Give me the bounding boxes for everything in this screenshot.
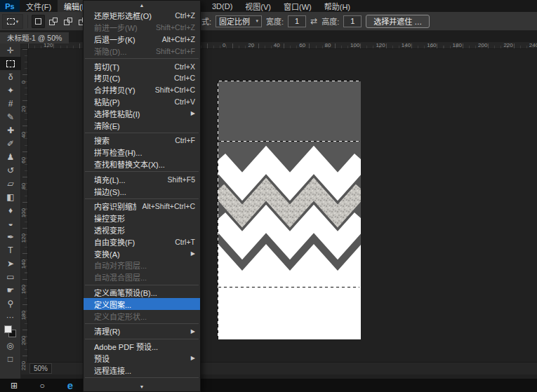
- edge-button[interactable]: e: [56, 379, 84, 392]
- rectangular-marquee-tool[interactable]: [0, 57, 21, 70]
- ruler-label: 200: [20, 336, 27, 345]
- menu-item-label: 清理(R): [94, 325, 185, 337]
- subtract-selection-icon: [64, 18, 72, 25]
- new-selection-button[interactable]: [32, 15, 45, 28]
- menubar-item[interactable]: 窗口(W): [277, 0, 318, 12]
- clone-stamp-tool[interactable]: ♟: [0, 150, 21, 163]
- quick-mask-icon[interactable]: ◎: [6, 341, 13, 351]
- edit-menu-item[interactable]: 定义画笔预设(B)...: [84, 287, 200, 299]
- menubar-item[interactable]: 3D(D): [206, 0, 239, 12]
- edit-menu-item[interactable]: 预设▶: [84, 353, 200, 365]
- type-tool[interactable]: T: [0, 243, 21, 257]
- foreground-color-swatch[interactable]: [4, 325, 12, 333]
- spot-healing-brush-icon: ✚: [7, 126, 14, 135]
- screen-mode-icon[interactable]: □: [8, 354, 13, 364]
- spot-healing-brush-tool[interactable]: ✚: [0, 123, 21, 137]
- tool-preset-dropdown[interactable]: ▾: [2, 14, 23, 29]
- edit-menu-item[interactable]: 剪切(T)Ctrl+X: [84, 60, 200, 72]
- brush-tool[interactable]: ✐: [0, 137, 21, 150]
- edit-menu-item[interactable]: 拼写检查(H)...: [84, 147, 200, 158]
- edit-menu-item[interactable]: 搜索Ctrl+F: [84, 135, 200, 147]
- edit-menu-item: 前进一步(W)Shift+Ctrl+Z: [84, 22, 200, 34]
- menu-item-shortcut: Alt+Ctrl+Z: [162, 35, 195, 43]
- menu-item-label: 还原矩形选框(O): [94, 10, 169, 21]
- edit-menu-item[interactable]: 查找和替换文本(X)...: [84, 158, 200, 170]
- menu-item-label: 自动对齐图层...: [94, 259, 195, 271]
- subtract-selection-button[interactable]: [61, 15, 74, 28]
- submenu-arrow-icon: ▶: [191, 355, 195, 361]
- edit-menu-item[interactable]: 填充(L)...Shift+F5: [84, 173, 200, 185]
- edit-menu-item[interactable]: 变换(A)▶: [84, 248, 200, 259]
- hand-tool[interactable]: ☛: [0, 283, 21, 297]
- canvas-image[interactable]: [218, 81, 360, 339]
- quick-selection-tool[interactable]: ✦: [0, 83, 21, 97]
- history-brush-tool[interactable]: ↺: [0, 163, 21, 177]
- menubar-item[interactable]: 帮助(H): [318, 0, 357, 12]
- edit-menu-item[interactable]: 透视变形: [84, 224, 200, 236]
- zoom-tool[interactable]: ⚲: [0, 297, 21, 310]
- edit-menu-item[interactable]: 远程连接...: [84, 364, 200, 376]
- selection-marquee-bottom: [218, 287, 359, 288]
- menu-scroll-down[interactable]: ▼: [84, 382, 200, 391]
- edit-menu-item[interactable]: 粘贴(P)Ctrl+V: [84, 96, 200, 108]
- style-select[interactable]: 固定比例 ▾: [216, 15, 262, 27]
- eyedropper-tool[interactable]: ✎: [0, 110, 21, 123]
- path-selection-icon: ➤: [7, 259, 14, 268]
- pen-tool[interactable]: ✒: [0, 230, 21, 243]
- eraser-icon: ▱: [7, 180, 13, 188]
- edit-menu-item: 自动对齐图层...: [84, 259, 200, 271]
- menu-item-label: 预设: [94, 353, 185, 364]
- eraser-tool[interactable]: ▱: [0, 177, 21, 190]
- menubar-item[interactable]: 视图(V): [239, 0, 277, 12]
- edit-menu-item[interactable]: 选择性粘贴(I)▶: [84, 107, 200, 119]
- menu-item-label: Adobe PDF 预设...: [94, 341, 195, 352]
- select-and-mask-button[interactable]: 选择并遮住 …: [366, 15, 430, 28]
- history-brush-icon: ↺: [7, 166, 14, 175]
- edit-menu-item[interactable]: 还原矩形选框(O)Ctrl+Z: [84, 10, 200, 22]
- selection-marquee-top: [218, 141, 359, 142]
- edit-menu-item[interactable]: 操控变形: [84, 212, 200, 224]
- menu-item-label: 自动混合图层...: [94, 271, 195, 283]
- ruler-label: 40: [274, 42, 280, 48]
- menu-item-label: 查找和替换文本(X)...: [94, 158, 195, 170]
- dodge-icon: ◒: [8, 219, 13, 228]
- edit-menu-item[interactable]: 清除(E): [84, 119, 200, 131]
- menu-scroll-up[interactable]: ▲: [84, 1, 200, 10]
- edit-menu-item[interactable]: 合并拷贝(Y)Shift+Ctrl+C: [84, 84, 200, 96]
- edit-menu-item[interactable]: 清理(R)▶: [84, 325, 200, 337]
- height-input[interactable]: [343, 15, 362, 27]
- edit-menu-item[interactable]: 内容识别缩放Alt+Shift+Ctrl+C: [84, 201, 200, 212]
- blur-tool[interactable]: ♦: [0, 203, 21, 217]
- edit-menu-item[interactable]: 自由变换(F)Ctrl+T: [84, 236, 200, 248]
- start-button[interactable]: ⊞: [0, 379, 28, 392]
- color-swatches[interactable]: [4, 325, 16, 337]
- ruler-corner: [21, 42, 28, 49]
- edit-menu-item[interactable]: 描边(S)...: [84, 185, 200, 197]
- edit-toolbar-icon[interactable]: ⋯: [6, 313, 14, 322]
- menubar-item[interactable]: 文件(F): [20, 0, 58, 12]
- windows-taskbar: ⊞○e: [0, 379, 537, 392]
- menu-item-label: 前进一步(W): [94, 22, 150, 33]
- document-tab[interactable]: 未标题-1 @ 50%: [0, 32, 69, 43]
- rectangle-tool[interactable]: ▭: [0, 270, 21, 283]
- dodge-tool[interactable]: ◒: [0, 217, 21, 230]
- width-input[interactable]: [288, 15, 306, 27]
- edit-menu-item[interactable]: Adobe PDF 预设...: [84, 341, 200, 353]
- edit-menu-item[interactable]: 定义图案...: [84, 298, 200, 310]
- clone-stamp-icon: ♟: [7, 153, 15, 161]
- cortana-button[interactable]: ○: [28, 379, 56, 392]
- lasso-tool[interactable]: δ: [0, 70, 21, 83]
- zoom-level[interactable]: 50%: [29, 363, 52, 374]
- edit-menu-item[interactable]: 拷贝(C)Ctrl+C: [84, 72, 200, 84]
- photoshop-logo: Ps: [0, 0, 20, 12]
- edit-menu-item[interactable]: 后退一步(K)Alt+Ctrl+Z: [84, 34, 200, 46]
- move-tool[interactable]: ✛: [0, 43, 21, 57]
- crop-tool[interactable]: #: [0, 97, 21, 110]
- swap-width-height-icon[interactable]: ⇄: [310, 16, 317, 26]
- gradient-tool[interactable]: ◧: [0, 190, 21, 203]
- edit-menu-item: 定义自定形状...: [84, 310, 200, 322]
- path-selection-tool[interactable]: ➤: [0, 257, 21, 270]
- menu-item-shortcut: Ctrl+Z: [175, 11, 195, 20]
- add-selection-button[interactable]: [46, 15, 60, 28]
- menu-item-label: 搜索: [94, 135, 169, 146]
